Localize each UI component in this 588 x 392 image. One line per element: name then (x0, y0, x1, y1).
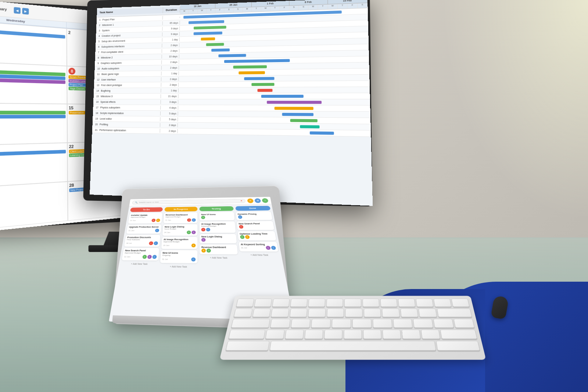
kanban-add-icon[interactable]: + (262, 198, 269, 203)
cal-cell-7[interactable]: 7 Server Maintenance New Interface Exper… (0, 61, 67, 104)
kanban-view-icon[interactable]: ⊞ (254, 198, 261, 203)
table-row[interactable]: 15 Milestone 3 21 days (93, 93, 370, 99)
key-tab[interactable] (231, 319, 270, 328)
task-duration: 2 days (160, 123, 178, 127)
key[interactable] (311, 319, 331, 328)
gantt-wd: S (225, 8, 234, 13)
kanban-card[interactable]: Revenue Dashboard Approved Budget 11 Jan… (163, 212, 197, 223)
gantt-wd: S (299, 5, 308, 10)
card-avatars: D B (240, 235, 250, 239)
gantt-bar (290, 119, 318, 122)
task-name: 4 Creation of project (96, 32, 162, 38)
kanban-card[interactable]: New Search Panel Approved Budget 12 Jan … (122, 248, 159, 261)
task-duration: 3 days (161, 100, 178, 104)
card-footer: 31 Jul C (162, 257, 196, 262)
cal-event: Order Prints (0, 150, 66, 157)
kanban-card[interactable]: New UI Icons Ongoing 31 Jul C (160, 250, 197, 263)
key[interactable] (290, 299, 308, 307)
card-title: AI Image Recognition (201, 223, 233, 225)
key[interactable] (291, 319, 311, 328)
task-duration: 2 days (162, 66, 179, 70)
kanban-card[interactable]: Dynamic Pricing C (236, 211, 272, 220)
add-task-testing[interactable]: + Add New Task (200, 256, 238, 260)
task-duration: 2 days (161, 83, 179, 87)
gantt-wd: S (358, 3, 368, 8)
card-footer: D B (240, 235, 274, 239)
avatar: A (201, 228, 205, 232)
kanban-card[interactable]: Promotion Discounts Final Subtasks 30 Ju… (124, 235, 160, 247)
card-title: New Login Dialog (201, 235, 234, 238)
kanban-col-todo: To Do Installer Update Approved Budget 1… (112, 207, 163, 321)
key[interactable] (290, 309, 308, 317)
calendar-nav[interactable]: ◀ ▶ (14, 7, 29, 15)
key[interactable] (271, 309, 289, 317)
kanban-card[interactable]: New Login Dialog E (200, 234, 237, 243)
kanban-card[interactable]: AI Keyword Sorting 31 Jul E C (239, 242, 278, 252)
key-caps[interactable] (229, 329, 266, 339)
key[interactable] (308, 299, 326, 307)
kanban-card[interactable]: New UI Icons D (200, 212, 234, 220)
kanban-col-inprogress: In Progress Revenue Dashboard Approved B… (155, 207, 197, 322)
gantt-bar (233, 65, 267, 68)
avatar: E (147, 255, 152, 259)
key[interactable] (234, 309, 252, 317)
kanban-search-bar[interactable]: 🔍 Search name or task ✕ (132, 199, 245, 204)
key[interactable] (285, 329, 304, 339)
gantt-wd: W (328, 4, 338, 9)
avatar: C (155, 229, 159, 232)
key[interactable] (305, 329, 323, 339)
card-avatars: A C (148, 241, 158, 245)
add-task-todo[interactable]: + Add New Task (121, 261, 158, 266)
card-footer: D (201, 215, 233, 219)
cal-cell-27[interactable]: 27 Con We on (0, 182, 68, 232)
card-avatars: D E C (142, 255, 157, 259)
key[interactable] (265, 329, 285, 339)
add-task-done[interactable]: + Add New Task (240, 253, 279, 257)
gantt-wd: F (348, 3, 358, 8)
table-row[interactable]: 16 Special effects 3 days (93, 99, 370, 106)
cal-cell-14[interactable]: 14 Server Maintenance New Interface (0, 103, 67, 145)
add-task-inprogress[interactable]: + Add New Task (159, 264, 198, 269)
gantt-bar (219, 54, 246, 57)
table-row[interactable]: 14 Bugfixing 1 day (94, 87, 370, 94)
card-avatars: A B (151, 219, 160, 222)
avatar: A (148, 241, 153, 245)
col-header-done: Done (235, 206, 271, 211)
cal-cell-21[interactable]: 21 Order Prints (0, 143, 68, 188)
kanban-card[interactable]: Optimize Loading Time D B (237, 231, 276, 240)
kanban-card[interactable]: Upgrade Production Server 31 Jan C (126, 224, 161, 234)
calendar-nav-next[interactable]: ▶ (22, 8, 29, 15)
gantt-wd: F (280, 6, 289, 11)
card-footer: C (238, 215, 270, 219)
kanban-card[interactable]: New Search Panel A (237, 221, 275, 230)
key[interactable] (236, 299, 254, 307)
calendar-nav-prev[interactable]: ◀ (14, 7, 20, 14)
card-footer: 34 Jan D E (164, 231, 196, 234)
task-name: 19 Level editor (93, 117, 161, 121)
kanban-card[interactable]: AI Image Recognition Approved Budget 15 … (161, 237, 197, 249)
kanban-card[interactable]: AI Image Recognition Keyword Budget A C (200, 221, 236, 233)
kanban-filter-icon[interactable]: ≡ (247, 198, 254, 203)
key-shift-left[interactable] (226, 341, 269, 350)
task-duration: 5 days (161, 111, 178, 115)
kanban-card[interactable]: New Login Dialog Issue Budget 34 Jan D E (162, 224, 197, 236)
kanban-card[interactable]: Revenue Dashboard B D (200, 245, 237, 254)
card-avatars: C (238, 215, 242, 219)
task-duration: 5 days (160, 117, 178, 121)
card-date: 30 Jul (126, 242, 132, 244)
key[interactable] (308, 309, 326, 317)
close-icon[interactable]: ✕ (240, 200, 243, 202)
key[interactable] (270, 319, 290, 328)
gantt-bar (224, 59, 290, 63)
card-date: 15 Jan (163, 245, 169, 246)
key[interactable] (272, 299, 290, 307)
kanban-card[interactable]: Installer Update Approved Budget 12 Jan … (128, 213, 162, 224)
key[interactable] (252, 309, 271, 317)
key[interactable] (254, 299, 272, 307)
gantt-wd: S (289, 5, 299, 10)
gantt-wd: W (198, 9, 207, 14)
avatar: B (201, 249, 206, 253)
gantt-app: Task Name Duration 18 Jan 25 Jan 1 Feb 8… (90, 0, 373, 206)
card-footer: 11 Jan A C (165, 218, 196, 222)
gantt-bar (194, 26, 226, 29)
